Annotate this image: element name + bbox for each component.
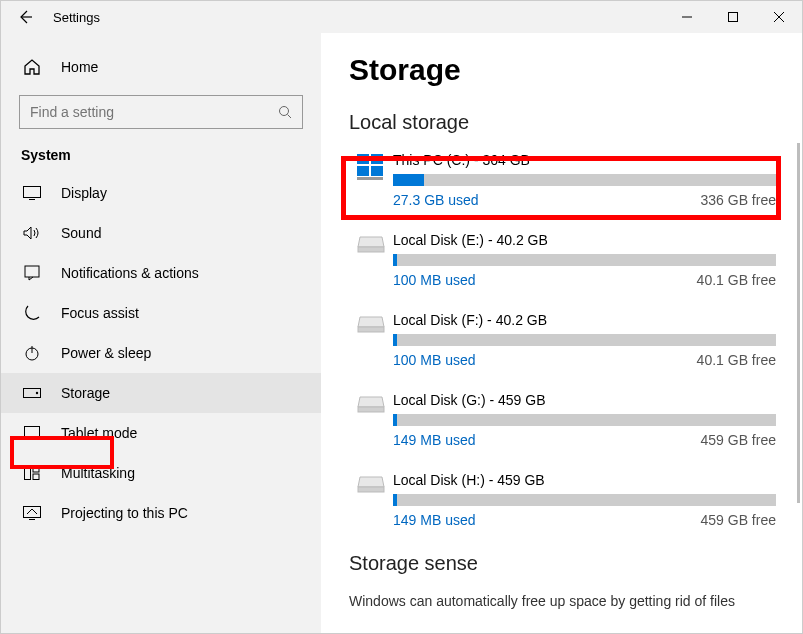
page-title: Storage <box>349 53 802 87</box>
sidebar-item-focus-assist[interactable]: Focus assist <box>1 293 321 333</box>
svg-point-15 <box>31 437 33 439</box>
svg-rect-22 <box>371 154 383 164</box>
usage-bar <box>393 414 776 426</box>
storage-sense-heading: Storage sense <box>349 552 802 575</box>
usage-bar <box>393 494 776 506</box>
svg-rect-16 <box>25 467 31 480</box>
sidebar: Home System Display Sound Notifications … <box>1 33 321 633</box>
svg-line-6 <box>288 115 292 119</box>
svg-rect-21 <box>357 154 369 164</box>
sidebar-item-label: Tablet mode <box>61 425 137 441</box>
svg-rect-18 <box>33 474 39 480</box>
drive-name: Local Disk (E:) - 40.2 GB <box>393 232 776 248</box>
display-icon <box>21 186 43 200</box>
svg-point-5 <box>280 107 289 116</box>
sidebar-home-label: Home <box>61 59 98 75</box>
usage-bar <box>393 254 776 266</box>
sidebar-item-display[interactable]: Display <box>1 173 321 213</box>
sidebar-item-tablet-mode[interactable]: Tablet mode <box>1 413 321 453</box>
storage-sense-description: Windows can automatically free up space … <box>349 593 802 609</box>
svg-rect-29 <box>358 487 384 492</box>
sidebar-item-projecting[interactable]: Projecting to this PC <box>1 493 321 533</box>
svg-rect-7 <box>24 187 41 198</box>
sidebar-item-label: Projecting to this PC <box>61 505 188 521</box>
sidebar-item-label: Display <box>61 185 107 201</box>
svg-rect-17 <box>33 467 39 473</box>
drive-used[interactable]: 149 MB used <box>393 432 476 448</box>
sidebar-item-notifications[interactable]: Notifications & actions <box>1 253 321 293</box>
focus-assist-icon <box>21 305 43 321</box>
minimize-button[interactable] <box>664 1 710 33</box>
drive-row[interactable]: Local Disk (E:) - 40.2 GB100 MB used40.1… <box>349 232 802 288</box>
svg-rect-19 <box>24 507 41 518</box>
sidebar-item-power-sleep[interactable]: Power & sleep <box>1 333 321 373</box>
drive-row[interactable]: Local Disk (G:) - 459 GB149 MB used459 G… <box>349 392 802 448</box>
sidebar-item-label: Storage <box>61 385 110 401</box>
sidebar-item-storage[interactable]: Storage <box>1 373 321 413</box>
close-button[interactable] <box>756 1 802 33</box>
maximize-button[interactable] <box>710 1 756 33</box>
svg-rect-24 <box>371 166 383 176</box>
drive-used[interactable]: 100 MB used <box>393 272 476 288</box>
drive-free: 459 GB free <box>701 512 777 528</box>
sidebar-item-sound[interactable]: Sound <box>1 213 321 253</box>
storage-icon <box>21 388 43 398</box>
drive-name: This PC (C:) - 364 GB <box>393 152 776 168</box>
drive-row[interactable]: Local Disk (H:) - 459 GB149 MB used459 G… <box>349 472 802 528</box>
disk-drive-icon <box>349 312 393 368</box>
sidebar-item-label: Notifications & actions <box>61 265 199 281</box>
sidebar-item-multitasking[interactable]: Multitasking <box>1 453 321 493</box>
disk-drive-icon <box>349 392 393 448</box>
scrollbar[interactable] <box>797 143 800 503</box>
svg-rect-25 <box>357 177 383 180</box>
drive-name: Local Disk (H:) - 459 GB <box>393 472 776 488</box>
drive-free: 40.1 GB free <box>697 272 776 288</box>
sidebar-item-label: Focus assist <box>61 305 139 321</box>
usage-bar <box>393 174 776 186</box>
svg-rect-23 <box>357 166 369 176</box>
drive-used[interactable]: 149 MB used <box>393 512 476 528</box>
windows-drive-icon <box>349 152 393 208</box>
drive-row[interactable]: Local Disk (F:) - 40.2 GB100 MB used40.1… <box>349 312 802 368</box>
drive-used[interactable]: 100 MB used <box>393 352 476 368</box>
svg-rect-2 <box>729 13 738 22</box>
window-title: Settings <box>53 10 100 25</box>
drive-free: 40.1 GB free <box>697 352 776 368</box>
drive-name: Local Disk (G:) - 459 GB <box>393 392 776 408</box>
sidebar-item-label: Power & sleep <box>61 345 151 361</box>
svg-rect-26 <box>358 247 384 252</box>
back-button[interactable] <box>11 3 39 31</box>
svg-rect-9 <box>25 266 39 277</box>
svg-point-13 <box>36 392 38 394</box>
disk-drive-icon <box>349 232 393 288</box>
disk-drive-icon <box>349 472 393 528</box>
home-icon <box>21 58 43 76</box>
titlebar: Settings <box>1 1 802 33</box>
svg-rect-27 <box>358 327 384 332</box>
search-field[interactable] <box>30 104 278 120</box>
search-input[interactable] <box>19 95 303 129</box>
svg-rect-28 <box>358 407 384 412</box>
drive-name: Local Disk (F:) - 40.2 GB <box>393 312 776 328</box>
usage-bar <box>393 334 776 346</box>
sidebar-item-label: Sound <box>61 225 101 241</box>
search-icon <box>278 105 292 119</box>
tablet-icon <box>21 426 43 440</box>
content-pane: Storage Local storage This PC (C:) - 364… <box>321 33 802 633</box>
sidebar-section-system: System <box>1 147 321 173</box>
sidebar-item-label: Multitasking <box>61 465 135 481</box>
drive-used[interactable]: 27.3 GB used <box>393 192 479 208</box>
sidebar-home[interactable]: Home <box>1 47 321 87</box>
projecting-icon <box>21 506 43 520</box>
drive-free: 459 GB free <box>701 432 777 448</box>
sound-icon <box>21 226 43 240</box>
local-storage-heading: Local storage <box>349 111 802 134</box>
drive-free: 336 GB free <box>701 192 777 208</box>
multitasking-icon <box>21 466 43 480</box>
notifications-icon <box>21 265 43 281</box>
power-icon <box>21 345 43 361</box>
drive-row[interactable]: This PC (C:) - 364 GB27.3 GB used336 GB … <box>349 152 802 208</box>
